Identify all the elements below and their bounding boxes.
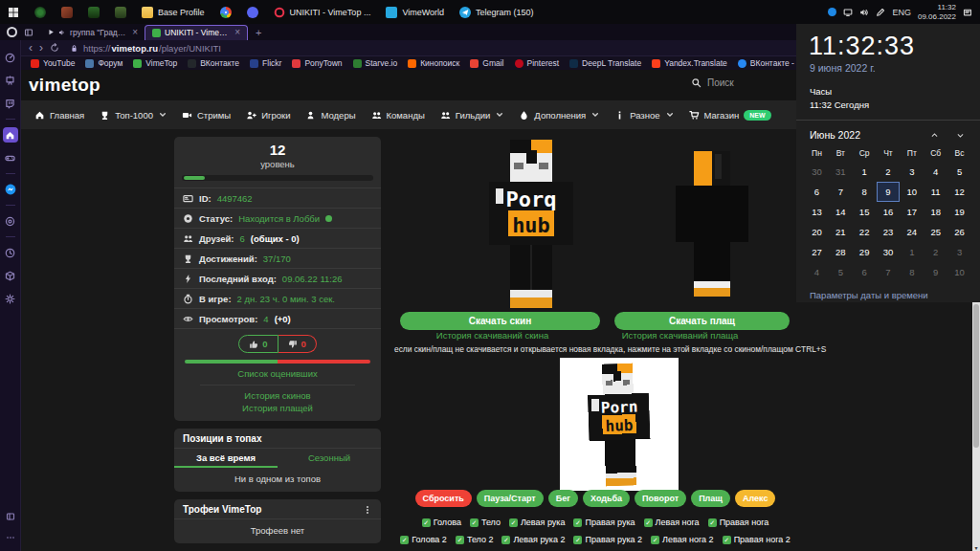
- part-toggle[interactable]: Голова: [422, 518, 461, 527]
- like-button[interactable]: 0: [238, 335, 278, 353]
- calendar-day[interactable]: 24: [900, 222, 924, 242]
- chevron-up-icon[interactable]: [930, 131, 939, 140]
- skin-history-link[interactable]: История скинов: [183, 390, 372, 402]
- part-toggle[interactable]: Левая нога: [644, 518, 700, 527]
- clock-icon[interactable]: [3, 245, 18, 260]
- taskbar-app-opera[interactable]: UNIKITI - VimeTop ...: [266, 0, 379, 24]
- calendar-day[interactable]: 22: [853, 222, 877, 242]
- calendar-day[interactable]: 7: [877, 262, 901, 282]
- skin-3d-viewer[interactable]: Porn hub: [560, 358, 679, 491]
- pen-icon[interactable]: [876, 8, 885, 17]
- taskbar-app-telegram[interactable]: Telegram (150): [452, 0, 542, 24]
- part-toggle[interactable]: Левая нога 2: [651, 535, 714, 544]
- panels-icon[interactable]: [3, 509, 18, 524]
- part-toggle[interactable]: Правая рука: [573, 518, 635, 527]
- calendar-day[interactable]: 4: [805, 262, 829, 282]
- gauge-icon[interactable]: [3, 50, 18, 65]
- calendar-day[interactable]: 15: [853, 202, 877, 222]
- checkbox-checked-icon[interactable]: [470, 518, 479, 527]
- checkbox-checked-icon[interactable]: [644, 518, 653, 527]
- checkbox-checked-icon[interactable]: [708, 518, 717, 527]
- calendar-day[interactable]: 8: [853, 182, 877, 202]
- trophies-menu-icon[interactable]: [363, 505, 372, 515]
- chevron-down-icon[interactable]: [956, 131, 965, 140]
- calendar-day[interactable]: 3: [900, 162, 924, 182]
- calendar-day[interactable]: 5: [947, 162, 971, 182]
- calendar-day[interactable]: 16: [877, 202, 901, 222]
- bookmark-gmail[interactable]: Gmail: [470, 58, 503, 68]
- checkbox-checked-icon[interactable]: [573, 518, 582, 527]
- part-toggle[interactable]: Правая нога: [708, 518, 769, 527]
- taskbar-app-vrising[interactable]: [80, 0, 107, 24]
- checkbox-checked-icon[interactable]: [400, 536, 409, 544]
- calendar-day[interactable]: 30: [805, 162, 829, 182]
- calendar-day[interactable]: 19: [947, 202, 971, 222]
- taskbar-app-eco[interactable]: [27, 0, 54, 24]
- new-tab-button[interactable]: [256, 27, 261, 38]
- taskbar-app-start[interactable]: [0, 0, 27, 24]
- site-logo[interactable]: vimetop: [29, 75, 100, 96]
- sidebar-setup-icon[interactable]: [24, 28, 33, 37]
- calendar-day[interactable]: 20: [805, 222, 829, 242]
- tab-seasonal[interactable]: Сезонный: [278, 449, 381, 468]
- tray-app-icon[interactable]: [828, 8, 836, 16]
- scroll-down-arrow-icon[interactable]: [972, 544, 980, 551]
- bookmark-forum[interactable]: Форум: [85, 58, 122, 68]
- calendar-day[interactable]: 5: [829, 262, 853, 282]
- bookmark-starve[interactable]: Starve.io: [353, 58, 398, 68]
- taskbar-app-vimeworld[interactable]: VimeWorld: [378, 0, 452, 24]
- nav-item-moders[interactable]: Модеры: [298, 100, 363, 129]
- checkbox-checked-icon[interactable]: [422, 518, 431, 527]
- calendar-day[interactable]: 7: [829, 182, 853, 202]
- close-tab-icon[interactable]: [132, 28, 138, 37]
- bookmark-kinopoisk[interactable]: Кинопоиск: [408, 58, 459, 68]
- control-cape-button[interactable]: Плащ: [691, 490, 730, 507]
- bookmark-vk-black[interactable]: ВКонтакте: [188, 58, 239, 68]
- calendar-day[interactable]: 29: [853, 242, 877, 262]
- calendar-day[interactable]: 10: [947, 262, 971, 282]
- date-settings-link[interactable]: Параметры даты и времени: [810, 290, 980, 300]
- bookmark-vimetop[interactable]: VimeTop: [133, 58, 177, 68]
- calendar-day[interactable]: 1: [853, 162, 877, 182]
- messenger-icon[interactable]: [3, 182, 18, 197]
- calendar-day[interactable]: 26: [947, 222, 971, 242]
- bookmark-youtube[interactable]: YouTube: [31, 58, 75, 68]
- nav-item-top-1000[interactable]: Топ-1000: [92, 100, 174, 129]
- checkbox-checked-icon[interactable]: [723, 536, 731, 544]
- scrollbar-thumb[interactable]: [973, 304, 979, 448]
- gear-icon[interactable]: [3, 291, 18, 306]
- calendar-day[interactable]: 13: [805, 202, 829, 222]
- volume-icon[interactable]: [859, 8, 869, 17]
- network-icon[interactable]: [843, 8, 853, 17]
- bookmark-pinterest[interactable]: Pinterest: [515, 58, 560, 68]
- part-toggle[interactable]: Правая нога 2: [723, 535, 791, 544]
- gamepad-icon[interactable]: [3, 150, 18, 165]
- control-pause-start-button[interactable]: Пауза/Старт: [477, 490, 544, 507]
- nav-item-shop[interactable]: МагазинNEW: [681, 100, 779, 129]
- more-icon[interactable]: [3, 530, 18, 545]
- calendar-day[interactable]: 27: [805, 242, 829, 262]
- calendar-day[interactable]: 31: [829, 162, 853, 182]
- reload-button[interactable]: [50, 43, 59, 53]
- address-field[interactable]: https:// vimetop.ru /player/UNIKITI: [70, 43, 221, 54]
- nav-item-teams[interactable]: Команды: [364, 100, 433, 129]
- nav-item-home[interactable]: Главная: [27, 100, 92, 129]
- calendar-day[interactable]: 21: [829, 222, 853, 242]
- checkbox-checked-icon[interactable]: [651, 536, 659, 544]
- part-toggle[interactable]: Голова 2: [400, 535, 447, 544]
- easel-icon[interactable]: [3, 73, 18, 88]
- twitch-icon[interactable]: [3, 96, 18, 111]
- control-reset-button[interactable]: Сбросить: [415, 490, 472, 507]
- cape-history-link[interactable]: История плащей: [183, 403, 372, 414]
- cube-icon[interactable]: [3, 268, 18, 283]
- calendar-day[interactable]: 4: [924, 162, 947, 182]
- language-indicator[interactable]: ENG: [892, 8, 911, 17]
- dislike-button[interactable]: 0: [278, 335, 317, 353]
- calendar-day[interactable]: 6: [805, 182, 829, 202]
- calendar-day[interactable]: 18: [924, 202, 947, 222]
- part-toggle[interactable]: Тело 2: [456, 535, 494, 544]
- calendar-day[interactable]: 9: [924, 262, 947, 282]
- action-center-icon[interactable]: [963, 8, 972, 17]
- nav-item-streams[interactable]: Стримы: [174, 100, 238, 129]
- calendar-day[interactable]: 10: [900, 182, 924, 202]
